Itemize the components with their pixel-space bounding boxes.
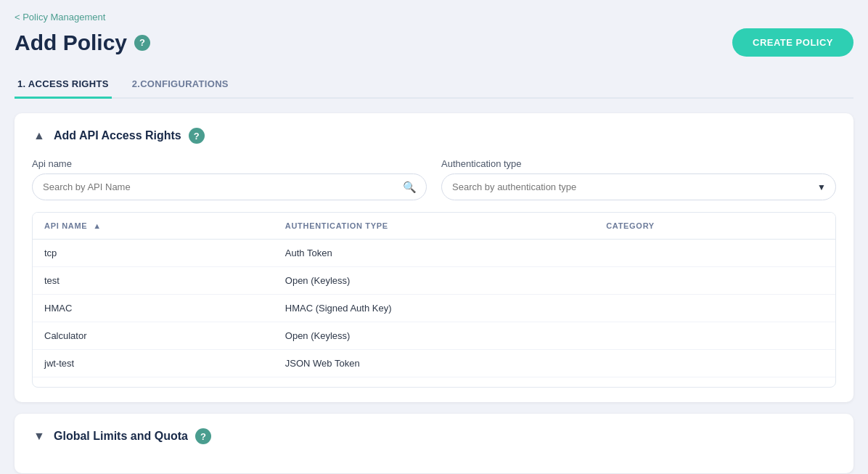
global-limits-header: ▼ Global Limits and Quota ? (32, 428, 836, 444)
cell-auth-type: Open (Keyless) (274, 322, 594, 350)
cell-auth-type: Open (Keyless) (274, 377, 594, 388)
cell-api-name: test (33, 267, 274, 295)
page-title: Add Policy (15, 30, 127, 55)
global-limits-card: ▼ Global Limits and Quota ? (15, 414, 853, 473)
auth-type-field: Authentication type ▼ (441, 158, 836, 200)
content-area: ▲ Add API Access Rights ? Api name 🔍 Aut… (15, 113, 853, 473)
tabs: 1. ACCESS RIGHTS 2.CONFIGURATIONS (15, 71, 853, 99)
cell-category (594, 240, 835, 267)
table-row[interactable]: HMAC HMAC (Signed Auth Key) (33, 295, 835, 322)
access-rights-card: ▲ Add API Access Rights ? Api name 🔍 Aut… (15, 113, 853, 402)
create-policy-button[interactable]: CREATE POLICY (732, 28, 853, 57)
col-api-name[interactable]: API NAME ▲ (33, 213, 274, 240)
global-limits-title: Global Limits and Quota (54, 430, 188, 443)
card-help-icon[interactable]: ? (189, 128, 205, 144)
auth-type-label: Authentication type (441, 158, 836, 169)
table-row[interactable]: Calculator Open (Keyless) (33, 322, 835, 350)
table-row[interactable]: tcp Auth Token (33, 240, 835, 267)
breadcrumb[interactable]: < Policy Management (15, 12, 853, 23)
cell-category (594, 267, 835, 295)
cell-category (594, 295, 835, 322)
table-body: tcp Auth Token test Open (Keyless) HMAC … (33, 240, 835, 388)
collapse-icon[interactable]: ▲ (32, 128, 46, 143)
cell-api-name: jwt-test (33, 350, 274, 377)
cell-auth-type: JSON Web Token (274, 350, 594, 377)
cell-api-name: Calculator (33, 322, 274, 350)
table-row[interactable]: Swagger Petstore Open (Keyless) (33, 377, 835, 388)
page-header: Add Policy ? CREATE POLICY (15, 28, 853, 57)
card-title: Add API Access Rights (54, 129, 181, 142)
cell-api-name: tcp (33, 240, 274, 267)
api-name-input[interactable] (32, 173, 427, 200)
cell-auth-type: HMAC (Signed Auth Key) (274, 295, 594, 322)
global-limits-help-icon[interactable]: ? (195, 428, 211, 444)
api-name-field: Api name 🔍 (32, 158, 427, 200)
sort-icon: ▲ (93, 221, 102, 230)
api-table: API NAME ▲ AUTHENTICATION TYPE CATEGORY … (33, 213, 835, 387)
card-header: ▲ Add API Access Rights ? (32, 128, 836, 144)
col-category: CATEGORY (594, 213, 835, 240)
cell-category (594, 322, 835, 350)
table-scroll[interactable]: API NAME ▲ AUTHENTICATION TYPE CATEGORY … (33, 213, 835, 387)
api-name-label: Api name (32, 158, 427, 169)
expand-icon[interactable]: ▼ (32, 429, 46, 444)
cell-auth-type: Auth Token (274, 240, 594, 267)
tab-access-rights[interactable]: 1. ACCESS RIGHTS (15, 71, 112, 99)
page-help-icon[interactable]: ? (134, 35, 150, 51)
cell-auth-type: Open (Keyless) (274, 267, 594, 295)
auth-type-input-wrapper: ▼ (441, 173, 836, 200)
api-name-input-wrapper: 🔍 (32, 173, 427, 200)
cell-api-name: Swagger Petstore (33, 377, 274, 388)
api-name-search-icon[interactable]: 🔍 (403, 181, 417, 194)
tab-configurations[interactable]: 2.CONFIGURATIONS (129, 71, 232, 99)
cell-category (594, 377, 835, 388)
col-auth-type: AUTHENTICATION TYPE (274, 213, 594, 240)
table-scroll-wrapper: API NAME ▲ AUTHENTICATION TYPE CATEGORY … (33, 213, 835, 387)
table-row[interactable]: test Open (Keyless) (33, 267, 835, 295)
table-header: API NAME ▲ AUTHENTICATION TYPE CATEGORY (33, 213, 835, 240)
auth-type-input[interactable] (441, 173, 836, 200)
api-table-container: API NAME ▲ AUTHENTICATION TYPE CATEGORY … (32, 212, 836, 388)
cell-api-name: HMAC (33, 295, 274, 322)
search-fields: Api name 🔍 Authentication type ▼ (32, 158, 836, 200)
page-title-row: Add Policy ? (15, 30, 150, 55)
table-row[interactable]: jwt-test JSON Web Token (33, 350, 835, 377)
auth-type-dropdown-icon[interactable]: ▼ (817, 182, 826, 192)
cell-category (594, 350, 835, 377)
